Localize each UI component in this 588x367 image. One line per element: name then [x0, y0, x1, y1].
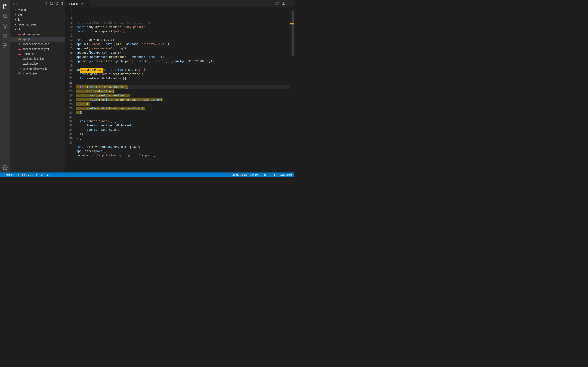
- line-gutter: 6789101112131415161718192021222324252627…: [65, 7, 76, 173]
- code-line[interactable]: let sentimentWithLevel = [];: [76, 76, 290, 81]
- svg-point-3: [5, 27, 6, 28]
- code-line[interactable]: for (let s in data.tweets) {: [76, 85, 290, 89]
- code-line[interactable]: [76, 141, 290, 145]
- code-line[interactable]: app.set('view engine', 'pug');: [76, 46, 290, 50]
- code-line[interactable]: }: [76, 110, 290, 115]
- code-line[interactable]: tweets: sentimentWithLevel,: [76, 123, 290, 128]
- code-line[interactable]: [76, 63, 290, 68]
- code-line[interactable]: app.use(bodyParser.urlencoded({ extended…: [76, 55, 290, 59]
- activity-bar: [0, 0, 10, 173]
- folder-item[interactable]: ▸lib: [10, 17, 65, 22]
- code-line[interactable]: const path = require('path');: [76, 29, 290, 33]
- chevron-right-icon: ▸: [14, 18, 17, 21]
- tab-label: app.js: [71, 2, 78, 5]
- file-item[interactable]: JSapp.js: [10, 37, 65, 42]
- file-name: docker-compose.deb…: [22, 42, 52, 46]
- file-item[interactable]: JSsentimentService.js: [10, 66, 65, 71]
- debug-icon[interactable]: [0, 31, 10, 41]
- code-line[interactable]: sentiment: s.sentiment,: [76, 93, 290, 98]
- svg-rect-10: [61, 2, 63, 4]
- file-item[interactable]: !docker-compose.deb…: [10, 42, 65, 47]
- code-content[interactable]: const session = require('express-session…: [76, 7, 290, 173]
- file-item[interactable]: ▬docker-compose.yml: [10, 47, 65, 51]
- cursor-position[interactable]: Ln 21, Col 31: [232, 174, 247, 176]
- folder-item[interactable]: ▸node_modules: [10, 22, 65, 27]
- code-line[interactable]: };: [76, 102, 290, 106]
- code-line[interactable]: res.render('index', {: [76, 119, 290, 123]
- close-icon[interactable]: ✕: [81, 2, 84, 6]
- folder-item[interactable]: ▸client: [10, 12, 65, 17]
- split-editor-icon[interactable]: [282, 1, 285, 6]
- tab-bar: JS app.js ✕ ⋯: [65, 0, 294, 7]
- svg-point-19: [36, 174, 38, 176]
- code-line[interactable]: [76, 81, 290, 85]
- file-name: sentimentService.js: [22, 67, 47, 70]
- sync-button[interactable]: [16, 174, 19, 176]
- code-line[interactable]: counts: data.counts: [76, 128, 290, 132]
- svg-point-0: [3, 15, 6, 17]
- code-line[interactable]: });: [76, 136, 290, 141]
- code-line[interactable]: [76, 33, 290, 38]
- tab-app-js[interactable]: JS app.js ✕: [65, 0, 90, 7]
- problems-status[interactable]: 0 0: [22, 174, 33, 176]
- file-name: docker-compose.yml: [22, 47, 49, 50]
- search-icon[interactable]: [0, 11, 10, 21]
- svg-point-2: [6, 24, 7, 25]
- encoding-status[interactable]: UTF-8: [264, 174, 271, 176]
- code-line[interactable]: let newTweet = {: [76, 89, 290, 93]
- code-line[interactable]: [76, 115, 290, 119]
- code-line[interactable]: const data = await sentimentService();: [76, 72, 290, 76]
- extensions-icon[interactable]: [0, 41, 10, 50]
- settings-gear-icon[interactable]: [0, 163, 10, 173]
- code-line[interactable]: console.log("app listening on port: " + …: [76, 153, 290, 158]
- source-control-icon[interactable]: [0, 21, 10, 31]
- code-line[interactable]: level: util.getHappinessLevel(s.sentimen…: [76, 98, 290, 102]
- file-tree[interactable]: ▸.vscode▸client▸lib▸node_modules▸util▬.d…: [10, 7, 65, 173]
- file-item[interactable]: {}package.json: [10, 61, 65, 66]
- refresh-icon[interactable]: [55, 2, 58, 6]
- eol-status[interactable]: LF: [274, 174, 277, 176]
- file-name: tsconfig.json: [22, 72, 38, 75]
- explorer-icon[interactable]: [0, 2, 10, 11]
- warning-count: 0: [32, 174, 33, 176]
- folder-item[interactable]: ▸.vscode: [10, 7, 65, 12]
- folder-item[interactable]: ▸util: [10, 27, 65, 32]
- new-file-icon[interactable]: [44, 2, 48, 6]
- git-branch[interactable]: master: [2, 174, 13, 176]
- code-editor[interactable]: 6789101112131415161718192021222324252627…: [65, 7, 294, 173]
- code-line[interactable]: app.get('/', async function (req, res) {: [76, 68, 290, 72]
- svg-rect-11: [276, 2, 278, 4]
- code-line[interactable]: const port = process.env.PORT || 3000;: [76, 145, 290, 149]
- folder-name: node_modules: [17, 23, 36, 26]
- code-line[interactable]: app.use(bodyParser.json());: [76, 50, 290, 55]
- file-item[interactable]: ▬Dockerfile: [10, 51, 65, 56]
- code-line[interactable]: const session = require('express-session…: [76, 21, 290, 25]
- participant-count: 1: [49, 174, 51, 176]
- svg-rect-7: [5, 44, 7, 45]
- code-line[interactable]: const bodyParser = require('body-parser'…: [76, 25, 290, 29]
- file-item[interactable]: {}tsconfig.json: [10, 71, 65, 76]
- compare-changes-icon[interactable]: [275, 1, 279, 6]
- code-line[interactable]: });: [76, 132, 290, 136]
- language-mode[interactable]: JavaScript: [280, 174, 292, 176]
- svg-rect-6: [3, 44, 5, 45]
- svg-point-5: [4, 35, 6, 37]
- code-line[interactable]: const app = express();: [76, 38, 290, 42]
- folder-name: .vscode: [17, 8, 27, 11]
- code-line[interactable]: app.listen(port);: [76, 149, 290, 153]
- code-line[interactable]: app.set('views', path.join(__dirname, 'c…: [76, 42, 290, 46]
- file-item[interactable]: ▬.dockerignore: [10, 32, 65, 37]
- file-item[interactable]: {}package-lock.json: [10, 56, 65, 61]
- code-line[interactable]: app.use(express.static(path.join(__dirna…: [76, 59, 290, 63]
- chevron-right-icon: ▸: [14, 28, 17, 31]
- participants-status[interactable]: 1: [45, 174, 51, 176]
- collapse-all-icon[interactable]: [61, 2, 64, 6]
- indentation-status[interactable]: Spaces: 2: [250, 174, 261, 176]
- svg-point-21: [47, 174, 48, 175]
- more-actions-icon[interactable]: ⋯: [288, 2, 292, 6]
- scrollbar-thumb[interactable]: [292, 11, 294, 56]
- new-folder-icon[interactable]: [50, 2, 53, 6]
- file-name: package.json: [22, 62, 39, 65]
- code-line[interactable]: sentimentWithLevel.push(newTweet);: [76, 106, 290, 110]
- liveshare-status[interactable]: PJ: [36, 174, 43, 176]
